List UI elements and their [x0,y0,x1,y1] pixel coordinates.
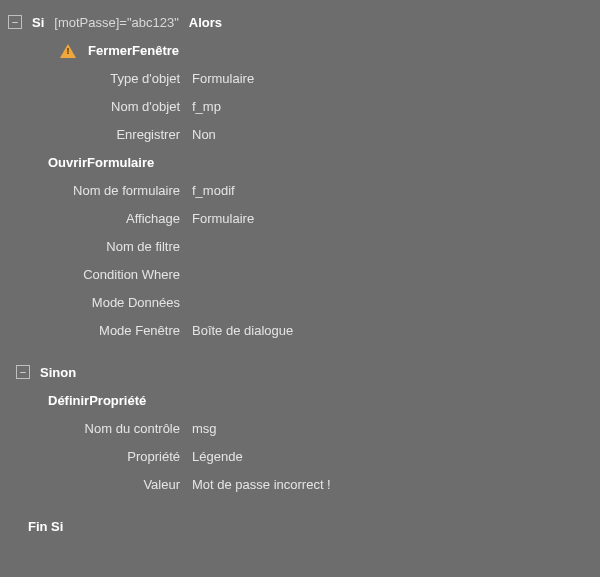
endif-row[interactable]: Fin Si [0,512,600,540]
param-row[interactable]: Valeur Mot de passe incorrect ! [0,470,600,498]
if-keyword: Si [32,15,44,30]
spacer [0,344,600,358]
action-name: DéfinirPropriété [48,393,146,408]
param-label: Nom d'objet [0,99,180,114]
warning-icon [60,44,76,58]
action-name: FermerFenêtre [88,43,179,58]
param-label: Nom de filtre [0,239,180,254]
action-name: OuvrirFormulaire [48,155,154,170]
param-row[interactable]: Affichage Formulaire [0,204,600,232]
param-value[interactable]: f_modif [192,183,600,198]
if-expression[interactable]: [motPasse]="abc123" [54,15,179,30]
param-value[interactable]: Non [192,127,600,142]
then-keyword: Alors [189,15,222,30]
param-row[interactable]: Enregistrer Non [0,120,600,148]
endif-keyword: Fin Si [28,519,63,534]
else-keyword: Sinon [40,365,76,380]
param-row[interactable]: Nom du contrôle msg [0,414,600,442]
collapse-icon[interactable]: − [16,365,30,379]
spacer [0,498,600,512]
param-row[interactable]: Mode Données [0,288,600,316]
param-label: Condition Where [0,267,180,282]
param-label: Mode Fenêtre [0,323,180,338]
param-value[interactable]: msg [192,421,600,436]
param-value[interactable]: Formulaire [192,71,600,86]
param-row[interactable]: Nom d'objet f_mp [0,92,600,120]
param-label: Valeur [0,477,180,492]
param-value[interactable]: Formulaire [192,211,600,226]
if-header-row[interactable]: − Si [motPasse]="abc123" Alors [0,8,600,36]
param-row[interactable]: Mode Fenêtre Boîte de dialogue [0,316,600,344]
param-row[interactable]: Nom de filtre [0,232,600,260]
param-label: Nom de formulaire [0,183,180,198]
action-close-window[interactable]: FermerFenêtre [0,36,600,64]
macro-designer: − Si [motPasse]="abc123" Alors FermerFen… [0,0,600,540]
param-label: Type d'objet [0,71,180,86]
collapse-icon[interactable]: − [8,15,22,29]
param-label: Enregistrer [0,127,180,142]
action-open-form[interactable]: OuvrirFormulaire [0,148,600,176]
param-value[interactable]: f_mp [192,99,600,114]
param-value[interactable]: Boîte de dialogue [192,323,600,338]
param-label: Mode Données [0,295,180,310]
param-value[interactable]: Légende [192,449,600,464]
param-row[interactable]: Propriété Légende [0,442,600,470]
action-set-property[interactable]: DéfinirPropriété [0,386,600,414]
param-row[interactable]: Condition Where [0,260,600,288]
param-value[interactable]: Mot de passe incorrect ! [192,477,600,492]
else-header-row[interactable]: − Sinon [0,358,600,386]
param-label: Propriété [0,449,180,464]
param-label: Nom du contrôle [0,421,180,436]
param-row[interactable]: Nom de formulaire f_modif [0,176,600,204]
param-label: Affichage [0,211,180,226]
param-row[interactable]: Type d'objet Formulaire [0,64,600,92]
